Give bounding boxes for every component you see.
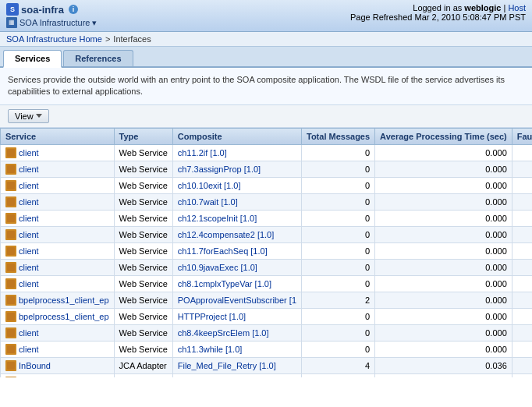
- service-link[interactable]: client: [19, 181, 39, 190]
- service-icon: [5, 147, 16, 158]
- cell-total-messages: 0: [302, 308, 375, 324]
- table-row: clientWeb Servicech7.3assignProp [1.0]00…: [1, 161, 533, 177]
- composite-link[interactable]: HTTPProject [1.0]: [178, 312, 246, 321]
- table-body: clientWeb Servicech11.2if [1.0]00.0000cl…: [1, 144, 533, 377]
- composite-link[interactable]: ch11.2if [1.0]: [178, 148, 227, 157]
- composite-link[interactable]: ch10.10exit [1.0]: [178, 181, 241, 190]
- subtitle-arrow[interactable]: ▾: [92, 18, 97, 28]
- cell-composite: ch8.4keepSrcElem [1.0]: [172, 324, 301, 341]
- cell-composite: ch8.1cmplxTypeVar [1.0]: [172, 275, 301, 292]
- cell-service: InBound: [1, 357, 115, 373]
- service-link[interactable]: client: [19, 197, 39, 207]
- cell-composite: ch12.1scopeInit [1.0]: [172, 210, 301, 226]
- service-icon: [5, 311, 16, 322]
- cell-type: Web Service: [114, 341, 172, 357]
- service-link[interactable]: client: [19, 148, 39, 157]
- cell-service: client: [1, 177, 115, 193]
- service-link[interactable]: client: [19, 345, 39, 354]
- table-row: clientWeb Servicech11.2if [1.0]00.0000: [1, 144, 533, 161]
- composite-link[interactable]: ch8.4keepSrcElem [1.0]: [178, 328, 269, 338]
- service-link[interactable]: client: [19, 165, 39, 174]
- cell-type: Web Service: [114, 259, 172, 275]
- tab-references[interactable]: References: [63, 50, 133, 66]
- composite-link[interactable]: ch8.1cmplxTypeVar [1.0]: [178, 279, 271, 288]
- service-link[interactable]: client: [19, 263, 39, 272]
- composite-link[interactable]: POApprovalEventSubscriber [1: [178, 296, 296, 305]
- cell-composite: HTTPProject [1.0]: [172, 308, 301, 324]
- cell-total-messages: 2: [302, 292, 375, 308]
- description-text: Services provide the outside world with …: [0, 68, 532, 105]
- breadcrumb-current: Interfaces: [113, 34, 151, 44]
- composite-link[interactable]: ch12.4compensate2 [1.0]: [178, 230, 275, 239]
- table-row: bpelprocess1_client_epWeb ServicePOAppro…: [1, 292, 533, 308]
- cell-service: client: [1, 242, 115, 259]
- service-link[interactable]: bpelprocess1_client_ep: [19, 296, 109, 305]
- breadcrumb: SOA Infrastructure Home > Interfaces: [0, 32, 532, 47]
- service-link[interactable]: client: [19, 230, 39, 239]
- cell-service: client: [1, 193, 115, 210]
- cell-type: Web Service: [114, 161, 172, 177]
- cell-type: Web Service: [114, 275, 172, 292]
- composite-link[interactable]: ch11.3while [1.0]: [178, 345, 243, 354]
- cell-type: Web Service: [114, 292, 172, 308]
- cell-avg-processing: 0.000: [375, 324, 512, 341]
- app-subtitle-label: SOA Infrastructure: [20, 18, 90, 27]
- soa-icon: ▦: [6, 17, 17, 28]
- cell-service: bpelprocess1_client_ep: [1, 308, 115, 324]
- cell-avg-processing: 0.036: [375, 357, 512, 373]
- cell-type: Web Service: [114, 324, 172, 341]
- table-row: clientWeb Servicech11.3while [1.0]00.000…: [1, 341, 533, 357]
- table-row: clientWeb Servicech10.10exit [1.0]00.000…: [1, 177, 533, 193]
- composite-link[interactable]: ch7.3assignProp [1.0]: [178, 165, 261, 174]
- service-link[interactable]: client: [19, 246, 39, 256]
- cell-service: client: [1, 210, 115, 226]
- tab-services[interactable]: Services: [3, 50, 62, 68]
- cell-service: client: [1, 324, 115, 341]
- cell-type: Web Service: [114, 210, 172, 226]
- info-icon[interactable]: i: [69, 5, 78, 14]
- cell-faults: 0: [512, 177, 532, 193]
- service-link[interactable]: client: [19, 279, 39, 288]
- col-faults: Faults: [512, 128, 532, 144]
- cell-avg-processing: 0.000: [375, 275, 512, 292]
- cell-type: Web Service: [114, 242, 172, 259]
- composite-link[interactable]: File_Med_File_Retry [1.0]: [178, 361, 276, 370]
- composite-link[interactable]: ch11.7forEachSeq [1.0]: [178, 246, 268, 256]
- cell-service: client: [1, 161, 115, 177]
- view-toolbar: View: [0, 105, 532, 128]
- cell-total-messages: 0: [302, 324, 375, 341]
- cell-avg-processing: 0.000: [375, 308, 512, 324]
- cell-total-messages: 0: [302, 373, 375, 377]
- refresh-info: Page Refreshed Mar 2, 2010 5:08:47 PM PS…: [350, 12, 526, 22]
- app-icon: S: [6, 3, 19, 16]
- cell-composite: ch10.10exit [1.0]: [172, 177, 301, 193]
- service-link[interactable]: client: [19, 328, 39, 338]
- service-link[interactable]: client: [19, 214, 39, 223]
- services-table: Service Type Composite Total Messages Av…: [0, 128, 532, 377]
- composite-link[interactable]: ch10.9javaExec [1.0]: [178, 263, 257, 272]
- service-link[interactable]: bpelprocess1_client_ep: [19, 312, 109, 321]
- cell-total-messages: 0: [302, 144, 375, 161]
- cell-avg-processing: 0.000: [375, 193, 512, 210]
- table-row: clientWeb Servicech12.1scopeInit [1.0]00…: [1, 210, 533, 226]
- table-row: clientWeb Servicech12.4compensate2 [1.0]…: [1, 226, 533, 242]
- service-icon: [5, 180, 16, 191]
- composite-link[interactable]: ch10.7wait [1.0]: [178, 197, 238, 207]
- service-icon: [5, 327, 16, 338]
- cell-avg-processing: 0.000: [375, 226, 512, 242]
- view-button[interactable]: View: [8, 109, 49, 123]
- service-icon: [5, 164, 16, 175]
- table-row: clientWeb Servicech8.4keepSrcElem [1.0]0…: [1, 324, 533, 341]
- cell-composite: File_Med_File_Retry [1.0]: [172, 357, 301, 373]
- cell-avg-processing: 0.000: [375, 177, 512, 193]
- composite-link[interactable]: ch12.1scopeInit [1.0]: [178, 214, 257, 223]
- cell-total-messages: 0: [302, 177, 375, 193]
- cell-faults: 0: [512, 308, 532, 324]
- cell-composite: ch10.7wait [1.0]: [172, 193, 301, 210]
- service-link[interactable]: InBound: [19, 361, 51, 370]
- cell-composite: POApprovalEventSubscriber [1: [172, 292, 301, 308]
- service-icon: [5, 377, 16, 377]
- breadcrumb-home[interactable]: SOA Infrastructure Home: [6, 34, 102, 44]
- table-row: clientWeb Servicech10.7wait [1.0]00.0000: [1, 193, 533, 210]
- host-link[interactable]: Host: [508, 3, 526, 12]
